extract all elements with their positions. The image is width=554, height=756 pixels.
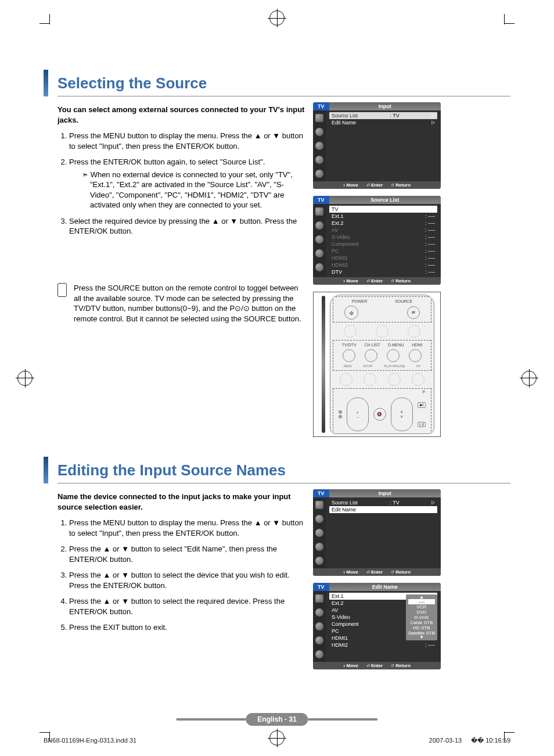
remote-tip: Press the SOURCE button on the remote co…	[57, 283, 307, 324]
step-item: Press the ▲ or ▼ button to select "Edit …	[69, 544, 307, 564]
osd-category-icon	[315, 114, 323, 122]
step-item: Press the MENU button to display the men…	[69, 518, 307, 538]
osd-category-icon	[315, 543, 323, 551]
osd-category-icon	[315, 636, 323, 644]
step-note: When no external device is connected to …	[82, 170, 307, 210]
step-item: Select the required device by pressing t…	[69, 216, 307, 237]
osd-option-item: ----	[408, 599, 435, 604]
chevron-down-icon: ▼	[408, 636, 435, 639]
osd-tab: TV	[313, 196, 329, 204]
osd-option-item: Cable STB	[408, 620, 435, 625]
osd-category-icon	[315, 249, 323, 257]
remote-label-dmenu: D.MENU	[388, 343, 404, 347]
osd-category-icon	[315, 128, 323, 136]
step-item: Press the ENTER/OK button again, to sele…	[69, 157, 307, 210]
osd-row: AV: ----	[329, 227, 437, 234]
remote-control-figure: POWER SOURCE ⏻ ⇄ TV/	[313, 292, 441, 437]
osd-category-icon	[315, 235, 323, 243]
osd-title: Edit Name	[329, 584, 441, 590]
osd-category-icon	[315, 170, 323, 178]
step-item: Press the MENU button to display the men…	[69, 131, 307, 151]
osd-sourcelist-panel: TV Source List TVExt.1: ----Ext.2: ----A…	[313, 196, 441, 285]
osd-category-icon	[315, 529, 323, 537]
chlist-button-icon	[365, 349, 377, 362]
osd-category-icon	[315, 207, 323, 216]
step-item: Press the ▲ or ▼ button to select the de…	[69, 570, 307, 590]
osd-row: Component: ----	[329, 241, 437, 248]
osd-footer: Move Enter Return	[313, 568, 441, 576]
osd-option-item: HD STB	[408, 625, 435, 630]
section-title: Editing the Input Source Names	[57, 457, 510, 483]
osd-option-item: D-VHS	[408, 615, 435, 620]
osd-input-panel: TV Input Source List	[313, 102, 441, 189]
remote-label-chlist: CH LIST	[364, 343, 380, 347]
osd-input-panel: TV Input Source List	[313, 489, 441, 576]
osd-row: HDMI2: ----	[329, 642, 437, 648]
osd-row: HDMI2: ----	[329, 261, 437, 268]
steps-list: Press the MENU button to display the men…	[57, 518, 307, 633]
osd-tab: TV	[313, 583, 329, 591]
osd-footer: Move Enter Return	[313, 181, 441, 189]
osd-category-icon	[315, 594, 323, 603]
registration-mark-icon	[269, 10, 285, 26]
indesign-footer: BN68-01169H-Eng-0313.indd 31 2007-03-13 …	[44, 737, 510, 744]
page-number-label: English - 31	[246, 713, 308, 726]
header-accent-bar	[44, 457, 48, 483]
section-title: Selecting the Source	[57, 70, 510, 96]
osd-footer: Move Enter Return	[313, 662, 441, 669]
osd-category-icon	[315, 501, 323, 509]
osd-title: Source List	[329, 197, 441, 203]
osd-row: S-Video: ----	[329, 234, 437, 241]
osd-row: HDMI1: ----	[329, 255, 437, 261]
remote-label-tvdtv: TV/DTV	[342, 343, 357, 347]
osd-category-icon	[315, 557, 323, 565]
remote-label-hdmi: HDMI	[412, 343, 422, 347]
volume-rocker-icon: ＋−	[347, 397, 369, 431]
osd-row: PC: ----	[329, 248, 437, 255]
section-intro: You can select among external sources co…	[57, 105, 307, 125]
osd-option-item: DVD	[408, 610, 435, 615]
osd-row: Edit Name ▷	[329, 119, 437, 126]
hdmi-button-icon	[409, 349, 422, 362]
osd-tab: TV	[313, 489, 329, 497]
header-accent-bar	[44, 70, 48, 96]
osd-row: TV	[329, 206, 437, 213]
dmenu-button-icon	[387, 349, 400, 362]
remote-label-power: POWER	[352, 299, 367, 303]
osd-category-icon	[315, 608, 323, 617]
steps-list: Press the MENU button to display the men…	[57, 131, 307, 237]
osd-category-icon	[315, 515, 323, 523]
step-item: Press the EXIT button to exit.	[69, 622, 307, 633]
osd-title: Input	[329, 103, 441, 109]
mute-icon: 🔇	[373, 408, 386, 421]
osd-category-icon	[315, 156, 323, 164]
osd-tab: TV	[313, 102, 329, 110]
registration-mark-icon	[521, 371, 537, 386]
section-intro: Name the device connected to the input j…	[57, 492, 307, 512]
osd-row: DTV: ----	[329, 268, 437, 275]
osd-footer: Move Enter Return	[313, 277, 441, 285]
osd-category-icon	[315, 263, 323, 271]
channel-rocker-icon: ∧∨	[391, 397, 413, 431]
osd-category-icon	[315, 650, 323, 658]
step-item: Press the ▲ or ▼ button to select the re…	[69, 596, 307, 617]
osd-title: Input	[329, 490, 441, 496]
registration-mark-icon	[17, 371, 33, 386]
power-icon: ⏻	[344, 306, 358, 320]
osd-row: Ext.1: ----	[329, 213, 437, 220]
osd-options-popup: ▲ ----VCRDVDD-VHSCable STBHD STBSatellit…	[406, 594, 437, 640]
osd-row: Ext.2: ----	[329, 220, 437, 227]
osd-category-icon	[315, 221, 323, 230]
remote-icon	[57, 283, 67, 297]
osd-row: Edit Name ▷	[329, 506, 437, 513]
osd-option-item: VCR	[408, 604, 435, 610]
tvdtv-button-icon	[343, 349, 355, 362]
page-footer: English - 31	[176, 713, 377, 726]
osd-row: Source List : TV ▷	[329, 112, 437, 119]
osd-category-icon	[315, 622, 323, 630]
source-icon: ⇄	[407, 306, 420, 319]
remote-label-source: SOURCE	[395, 299, 412, 303]
osd-editname-panel: TV Edit Name Ext.1: ----Ext.2: ----AV: -…	[313, 583, 441, 669]
osd-category-icon	[315, 142, 323, 150]
osd-row: Source List : TV ▷	[329, 499, 437, 506]
